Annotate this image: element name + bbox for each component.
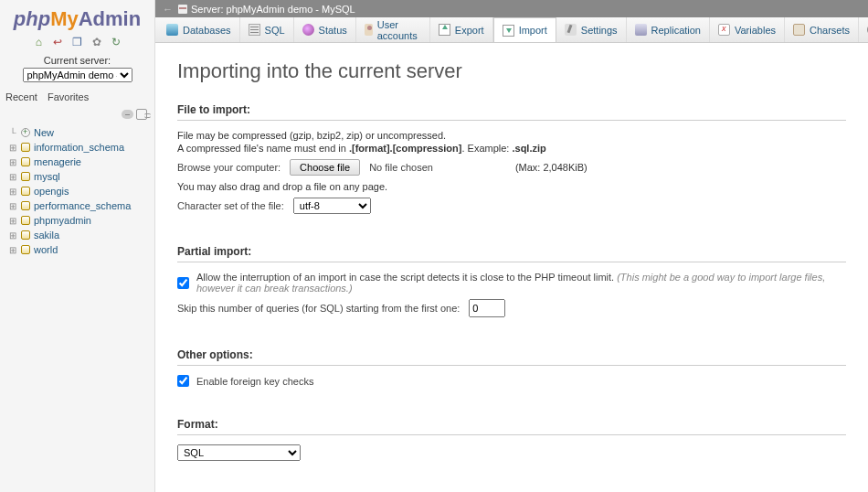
users-icon xyxy=(365,24,373,36)
tab-user-accounts[interactable]: User accounts xyxy=(356,17,430,42)
format-select[interactable]: SQL xyxy=(177,444,301,461)
db-item[interactable]: ⊞world xyxy=(2,242,153,257)
tab-databases[interactable]: Databases xyxy=(158,17,240,42)
database-icon xyxy=(21,245,30,254)
database-icon xyxy=(21,143,30,152)
drag-note: You may also drag and drop a file on any… xyxy=(177,181,846,192)
max-size-note: (Max: 2,048KiB) xyxy=(515,162,587,173)
current-server-label: Current server: xyxy=(0,51,154,68)
tab-charsets[interactable]: Charsets xyxy=(785,17,859,42)
new-icon xyxy=(21,128,30,137)
database-icon xyxy=(21,187,30,196)
replication-icon xyxy=(635,24,647,36)
fk-checks-label: Enable foreign key checks xyxy=(196,376,313,387)
recent-link[interactable]: Recent xyxy=(5,91,37,102)
skip-queries-label: Skip this number of queries (for SQL) st… xyxy=(177,303,460,314)
db-item[interactable]: ⊞performance_schema xyxy=(2,198,153,213)
docs-icon[interactable]: ❐ xyxy=(71,36,84,48)
database-icon xyxy=(21,172,30,181)
status-icon xyxy=(302,24,314,36)
section-other-options: Other options: xyxy=(177,348,846,361)
db-item[interactable]: ⊞mysql xyxy=(2,169,153,184)
fk-checks-checkbox[interactable] xyxy=(177,375,189,387)
section-partial-import: Partial import: xyxy=(177,245,846,258)
tab-settings[interactable]: Settings xyxy=(556,17,627,42)
allow-interrupt-label: Allow the interruption of an import in c… xyxy=(196,272,846,294)
home-icon[interactable]: ⌂ xyxy=(32,36,45,48)
charset-label: Character set of the file: xyxy=(177,200,284,211)
page-title: Importing into the current server xyxy=(177,59,846,83)
tab-engines[interactable]: Engines xyxy=(859,17,868,42)
compress-note-1: File may be compressed (gzip, bzip2, zip… xyxy=(177,130,846,141)
collapse-icon[interactable]: – xyxy=(122,110,133,119)
settings-icon xyxy=(565,24,577,36)
logout-icon[interactable]: ↩ xyxy=(51,36,64,48)
new-database-link[interactable]: └New xyxy=(2,125,153,140)
browse-label: Browse your computer: xyxy=(177,162,281,173)
section-format: Format: xyxy=(177,418,846,431)
tab-sql[interactable]: SQL xyxy=(240,17,294,42)
db-item[interactable]: ⊞menagerie xyxy=(2,155,153,169)
content-area: Importing into the current server File t… xyxy=(155,43,868,492)
reload-icon[interactable]: ↻ xyxy=(110,36,122,48)
breadcrumb-server[interactable]: Server: phpMyAdmin demo - MySQL xyxy=(191,4,355,15)
main-area: ← Server: phpMyAdmin demo - MySQL Databa… xyxy=(155,0,868,492)
sql-icon xyxy=(249,24,260,36)
tab-status[interactable]: Status xyxy=(294,17,356,42)
skip-queries-input[interactable] xyxy=(469,299,505,317)
import-icon xyxy=(503,25,514,37)
database-icon xyxy=(21,201,30,210)
section-file-to-import: File to import: xyxy=(177,103,846,116)
sidebar-quick-icons: ⌂ ↩ ❐ ✿ ↻ xyxy=(0,33,154,51)
link-icon[interactable] xyxy=(136,109,147,120)
sidebar: phpMyAdmin ⌂ ↩ ❐ ✿ ↻ Current server: php… xyxy=(0,0,155,492)
database-icon xyxy=(21,230,30,240)
compress-note-2: A compressed file's name must end in .[f… xyxy=(177,143,846,154)
choose-file-button[interactable]: Choose file xyxy=(290,159,360,176)
breadcrumb-arrow-icon: ← xyxy=(163,4,173,15)
charsets-icon xyxy=(793,24,805,36)
logo[interactable]: phpMyAdmin xyxy=(0,0,154,33)
database-tree: └New ⊞information_schema ⊞menagerie ⊞mys… xyxy=(0,122,154,261)
export-icon xyxy=(439,24,450,36)
no-file-text: No file chosen xyxy=(369,162,433,173)
variables-icon xyxy=(718,24,730,36)
database-icon xyxy=(21,216,30,225)
server-icon xyxy=(178,5,187,14)
db-item[interactable]: ⊞opengis xyxy=(2,184,153,198)
nav-settings-icon[interactable]: ✿ xyxy=(90,36,103,48)
tab-replication[interactable]: Replication xyxy=(627,17,710,42)
db-item[interactable]: ⊞phpmyadmin xyxy=(2,213,153,228)
tab-export[interactable]: Export xyxy=(430,17,493,42)
favorites-link[interactable]: Favorites xyxy=(48,91,89,102)
breadcrumb-bar: ← Server: phpMyAdmin demo - MySQL xyxy=(155,0,868,17)
top-tabs: Databases SQL Status User accounts Expor… xyxy=(155,17,868,43)
db-item[interactable]: ⊞sakila xyxy=(2,228,153,242)
database-icon xyxy=(21,157,30,166)
db-item[interactable]: ⊞information_schema xyxy=(2,140,153,155)
databases-icon xyxy=(166,24,178,36)
sidebar-nav-links: Recent Favorites xyxy=(0,88,154,106)
server-select[interactable]: phpMyAdmin demo - MyS xyxy=(23,68,132,82)
tab-variables[interactable]: Variables xyxy=(710,17,785,42)
tab-import[interactable]: Import xyxy=(493,17,556,42)
charset-select[interactable]: utf-8 xyxy=(293,198,371,214)
allow-interrupt-checkbox[interactable] xyxy=(177,277,189,289)
